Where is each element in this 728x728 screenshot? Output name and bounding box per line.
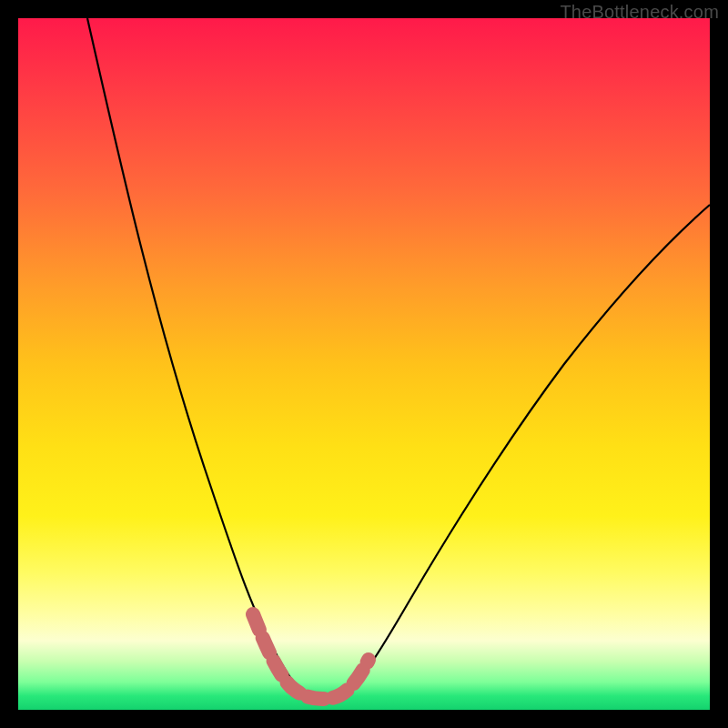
watermark-text: TheBottleneck.com xyxy=(560,2,719,23)
plot-area xyxy=(18,18,710,710)
bottleneck-curve-svg xyxy=(18,18,710,710)
bottleneck-curve xyxy=(87,18,710,697)
chart-frame: TheBottleneck.com xyxy=(0,0,728,728)
valley-highlight xyxy=(253,614,369,699)
